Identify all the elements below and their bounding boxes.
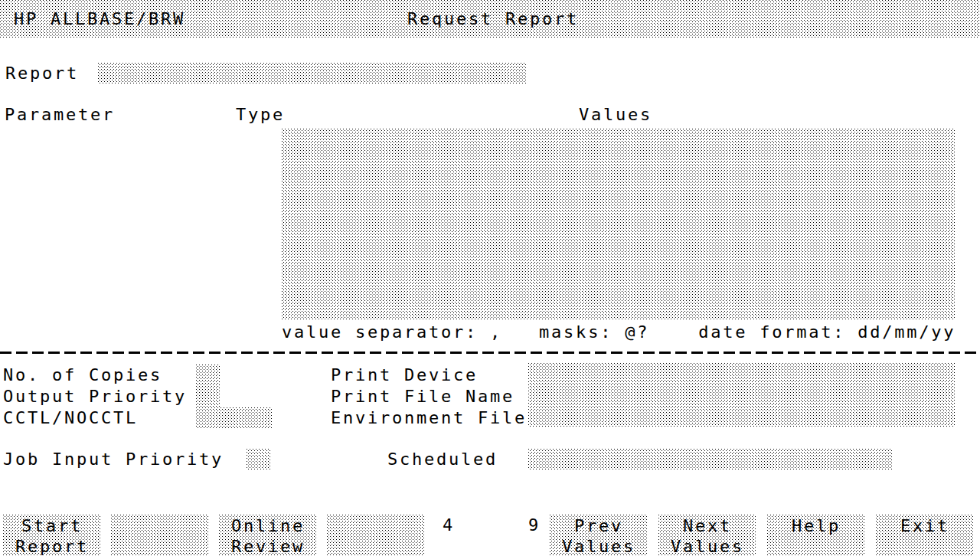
copies-label: No. of Copies — [3, 365, 162, 386]
terminal-screen: HP ALLBASE/BRW Request Report Report CUS… — [0, 0, 980, 556]
env-file-label: Environment File — [331, 407, 527, 429]
env-file-field[interactable] — [528, 406, 956, 427]
softkey-f2-blank[interactable] — [111, 515, 209, 556]
softkey-help[interactable]: Help — [767, 515, 865, 556]
softkey-label: Help — [792, 515, 841, 536]
scheduled-field[interactable] — [528, 449, 893, 470]
output-priority-label: Output Priority — [3, 386, 187, 407]
output-priority-field[interactable]: 8 — [196, 386, 220, 407]
type-header: Type — [236, 104, 285, 126]
report-name-field[interactable]: CUSTREP2.BRWEXEC — [98, 63, 527, 84]
softkey-label: Online — [231, 515, 305, 536]
app-title: HP ALLBASE/BRW — [14, 8, 185, 30]
softkey-label: Report — [15, 536, 89, 556]
softkey-label: Review — [231, 536, 305, 556]
softkey-f4-blank[interactable] — [327, 515, 425, 556]
job-priority-field[interactable]: 8 — [247, 449, 271, 470]
section-separator — [0, 352, 980, 354]
softkey-row-indicator-left: 4 — [443, 515, 455, 536]
print-file-field[interactable]: CUSTREP2 — [528, 384, 956, 406]
format-hint-line: value separator: , masks: @? date format… — [282, 322, 956, 343]
scheduled-label: Scheduled — [387, 449, 498, 470]
softkey-next-values[interactable]: Next Values — [658, 515, 756, 556]
report-label: Report — [5, 63, 79, 84]
softkey-online-review[interactable]: Online Review — [219, 515, 317, 556]
softkey-label: Exit — [900, 515, 949, 536]
softkey-prev-values[interactable]: Prev Values — [550, 515, 648, 556]
parameter-header: Parameter — [5, 104, 115, 126]
copies-field[interactable]: 1 — [196, 365, 220, 386]
cctl-label: CCTL/NOCCTL — [3, 407, 138, 429]
job-priority-label: Job Input Priority — [3, 449, 224, 470]
parameter-values-field[interactable] — [282, 129, 956, 320]
softkey-label: Prev — [574, 515, 623, 536]
softkey-label: Next — [683, 515, 732, 536]
values-header: Values — [579, 104, 652, 126]
softkey-row-indicator-right: 9 — [528, 515, 541, 536]
print-device-field[interactable]: LP — [528, 363, 956, 384]
softkey-label: Values — [562, 536, 635, 556]
print-device-label: Print Device — [331, 365, 478, 386]
softkey-exit[interactable]: Exit — [876, 515, 974, 556]
softkey-start-report[interactable]: Start Report — [3, 515, 101, 556]
softkey-label: Values — [671, 536, 744, 556]
cctl-field[interactable] — [196, 407, 273, 429]
print-file-label: Print File Name — [331, 386, 514, 407]
softkey-label: Start — [21, 515, 83, 536]
screen-title: Request Report — [407, 8, 579, 30]
